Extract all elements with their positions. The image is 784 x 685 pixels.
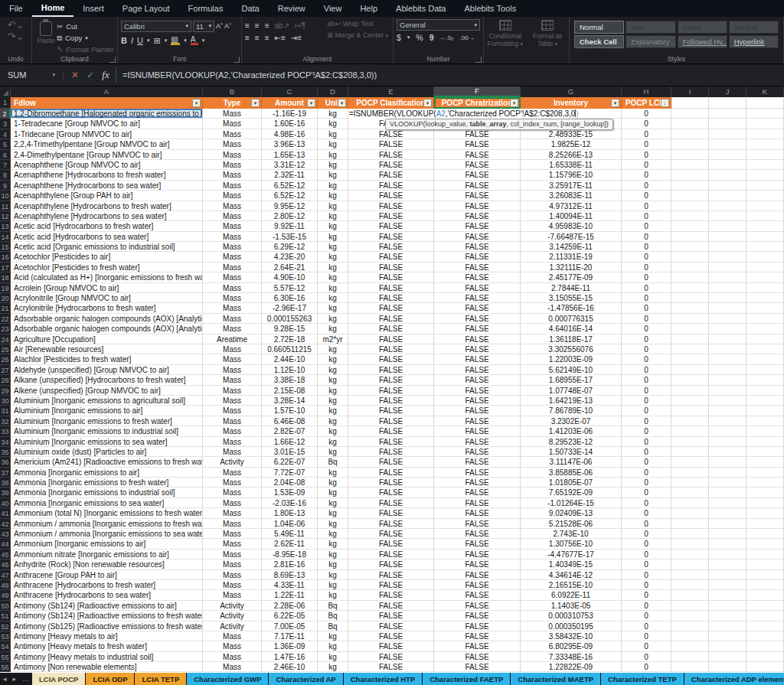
- cell-E19[interactable]: FALSE: [348, 283, 434, 293]
- header-cell-pocp-lcia[interactable]: POCP LCIA↓: [622, 97, 671, 109]
- cell-B40[interactable]: Mass: [203, 498, 262, 508]
- cell-D37[interactable]: kg: [318, 468, 348, 478]
- bold-button[interactable]: B: [121, 36, 127, 45]
- cell-G24[interactable]: 1.36118E-17: [521, 334, 622, 344]
- cell-C14[interactable]: -1.53E-15: [262, 232, 318, 242]
- cell-A33[interactable]: Aluminium [Inorganic emissions to indust…: [11, 426, 203, 436]
- cell-K34[interactable]: [746, 437, 784, 447]
- cell-E12[interactable]: FALSE: [348, 211, 434, 221]
- cell-B22[interactable]: Mass: [203, 314, 262, 324]
- cell-A17[interactable]: Acetochlor [Pesticides to fresh water]: [11, 263, 203, 272]
- cell-A19[interactable]: Acrolein [Group NMVOC to air]: [11, 283, 203, 293]
- row-header-12[interactable]: 12: [0, 211, 11, 221]
- cell-B47[interactable]: Mass: [203, 570, 262, 580]
- cell-E56[interactable]: FALSE: [348, 662, 434, 672]
- cell-F45[interactable]: FALSE: [434, 550, 521, 559]
- sheet-tab-characterized-adp-elements[interactable]: Characterized ADP elements: [684, 673, 784, 685]
- cell-A15[interactable]: Acetic acid [Organic emissions to indust…: [11, 242, 203, 252]
- cell-J27[interactable]: [709, 365, 746, 375]
- borders-icon[interactable]: ⊞: [153, 36, 160, 46]
- cell-I30[interactable]: [671, 396, 709, 406]
- column-header-C[interactable]: C: [262, 86, 318, 97]
- cell-style-normal[interactable]: Normal: [574, 21, 624, 34]
- cell-B17[interactable]: Mass: [203, 263, 262, 272]
- cell-E17[interactable]: FALSE: [348, 263, 434, 272]
- cell-J20[interactable]: [709, 293, 746, 303]
- row-header-44[interactable]: 44: [0, 539, 11, 549]
- cell-G41[interactable]: 9.02409E-13: [521, 508, 622, 518]
- cell-H4[interactable]: 0: [622, 129, 671, 139]
- cell-G48[interactable]: 2.16515E-10: [521, 580, 622, 590]
- cell-I11[interactable]: [671, 201, 709, 211]
- row-header-22[interactable]: 22: [0, 314, 11, 324]
- cell-F19[interactable]: FALSE: [434, 283, 521, 293]
- cell-C21[interactable]: -2.96E-17: [262, 303, 318, 313]
- sheet-tab-characterized-maetp[interactable]: Characterized MAETP: [511, 673, 601, 685]
- column-header-K[interactable]: K: [746, 86, 784, 97]
- cell-G55[interactable]: 7.33348E-16: [521, 652, 622, 662]
- cell-I43[interactable]: [671, 529, 709, 539]
- cell-E36[interactable]: FALSE: [348, 457, 434, 467]
- cell-D13[interactable]: kg: [318, 221, 348, 231]
- cell-F34[interactable]: FALSE: [434, 437, 521, 447]
- cell-K43[interactable]: [746, 529, 784, 539]
- cell-G40[interactable]: -1.01264E-15: [521, 498, 622, 508]
- cell-B28[interactable]: Mass: [203, 375, 262, 385]
- cell-E34[interactable]: FALSE: [348, 437, 434, 447]
- cell-D49[interactable]: kg: [318, 590, 348, 600]
- cell-J8[interactable]: [709, 170, 746, 180]
- cell-I38[interactable]: [671, 478, 709, 488]
- row-header-52[interactable]: 52: [0, 621, 11, 631]
- cell-G29[interactable]: 1.07748E-07: [521, 386, 622, 396]
- cell-E27[interactable]: FALSE: [348, 365, 434, 375]
- cell-C19[interactable]: 5.57E-12: [262, 283, 318, 293]
- cell-I49[interactable]: [671, 590, 709, 600]
- cell-H11[interactable]: 0: [622, 201, 671, 211]
- row-header-3[interactable]: 3: [0, 119, 11, 129]
- cell-E33[interactable]: FALSE: [348, 426, 434, 436]
- cell-D10[interactable]: kg: [318, 191, 348, 201]
- cell-G49[interactable]: 6.0922E-11: [521, 590, 622, 600]
- cell-A9[interactable]: Acenaphthene [Hydrocarbons to sea water]: [11, 181, 203, 191]
- cell-E18[interactable]: FALSE: [348, 272, 434, 282]
- cell-F13[interactable]: FALSE: [434, 221, 521, 231]
- cell-A10[interactable]: Acenaphthylene [Group PAH to air]: [11, 191, 203, 201]
- cell-D3[interactable]: kg: [318, 119, 348, 129]
- cell-A2[interactable]: 1,2-Dibromoethane [Halogenated organic e…: [11, 109, 203, 119]
- row-header-13[interactable]: 13: [0, 221, 11, 231]
- cell-F49[interactable]: FALSE: [434, 590, 521, 600]
- cell-A53[interactable]: Antimony [Heavy metals to air]: [11, 631, 203, 641]
- cell-D45[interactable]: kg: [318, 550, 348, 559]
- row-header-45[interactable]: 45: [0, 550, 11, 559]
- cell-C13[interactable]: 9.92E-11: [262, 221, 318, 231]
- cell-B53[interactable]: Mass: [203, 631, 262, 641]
- cell-B27[interactable]: Mass: [203, 365, 262, 375]
- column-header-A[interactable]: A: [11, 86, 203, 97]
- cell-D4[interactable]: kg: [318, 129, 348, 139]
- cell-G15[interactable]: 3.14259E-11: [521, 242, 622, 252]
- row-header-53[interactable]: 53: [0, 631, 11, 641]
- cell-I48[interactable]: [671, 580, 709, 590]
- cell-C40[interactable]: -2.03E-16: [262, 498, 318, 508]
- cell-C28[interactable]: 3.38E-18: [262, 375, 318, 385]
- cell-F48[interactable]: FALSE: [434, 580, 521, 590]
- cell-I10[interactable]: [671, 191, 709, 201]
- cell-E13[interactable]: FALSE: [348, 221, 434, 231]
- increase-decimal-icon[interactable]: ←.0₀: [440, 34, 454, 41]
- cell-A34[interactable]: Aluminium [Inorganic emissions to sea wa…: [11, 437, 203, 447]
- cell-G22[interactable]: 0.000776315: [521, 314, 622, 324]
- cell-F5[interactable]: FALSE: [434, 139, 521, 149]
- cell-D34[interactable]: kg: [318, 437, 348, 447]
- row-header-47[interactable]: 47: [0, 570, 11, 580]
- cell-G25[interactable]: 3.302556076: [521, 344, 622, 354]
- cell-E16[interactable]: FALSE: [348, 252, 434, 262]
- cell-H29[interactable]: 0: [622, 386, 671, 396]
- cell-F36[interactable]: FALSE: [434, 457, 521, 467]
- cell-H37[interactable]: 0: [622, 468, 671, 478]
- cell-B34[interactable]: Mass: [203, 437, 262, 447]
- cell-H16[interactable]: 0: [622, 252, 671, 262]
- cell-H24[interactable]: 0: [622, 334, 671, 344]
- align-middle-icon[interactable]: ≡: [255, 21, 260, 30]
- cell-G37[interactable]: 3.85885E-06: [521, 468, 622, 478]
- sheet-nav-left-icon[interactable]: ◂: [0, 673, 10, 685]
